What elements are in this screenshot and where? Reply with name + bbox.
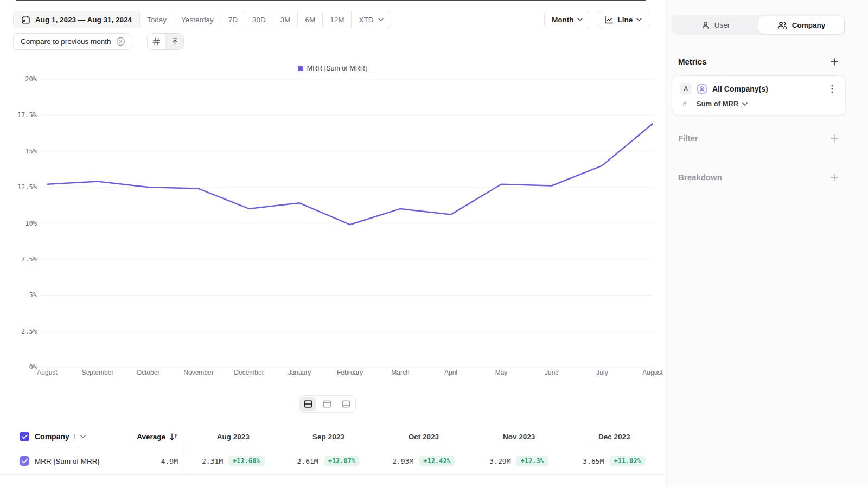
x-axis-label: August — [642, 369, 663, 376]
month-column-header[interactable]: Nov 2023 — [471, 426, 567, 447]
delta-badge: +12.3% — [516, 456, 548, 466]
preset-3m[interactable]: 3M — [273, 11, 298, 28]
date-range-button[interactable]: Aug 1, 2023 — Aug 31, 2024 — [14, 11, 139, 28]
delta-badge: +11.02% — [609, 456, 646, 466]
metric-row-name: MRR [Sum of MRR] — [35, 457, 99, 465]
month-value-cell: 2.93M +12.42% — [376, 448, 471, 474]
grid-icon — [152, 37, 161, 46]
mrr-line-chart[interactable]: 0%2.5%5%7.5%10%12.5%15%17.5%20%AugustSep… — [22, 76, 665, 380]
tab-user[interactable]: User — [673, 16, 758, 34]
month-value: 3.65M — [583, 457, 604, 465]
user-icon — [701, 21, 710, 29]
preset-xtd[interactable]: XTD — [351, 11, 391, 28]
select-all-checkbox[interactable] — [20, 432, 29, 441]
sort-icon[interactable] — [169, 433, 178, 441]
entity-count: 1 — [73, 433, 76, 441]
calendar-icon — [21, 15, 30, 24]
preset-12m[interactable]: 12M — [322, 11, 351, 28]
numeric-type-icon: # — [682, 100, 692, 108]
metric-card[interactable]: A All Company(s) # Sum of MRR — [672, 75, 846, 116]
y-axis-label: 7.5% — [21, 255, 37, 263]
month-value-cell: 2.31M +12.68% — [186, 448, 281, 474]
line-chart-icon — [604, 16, 614, 24]
chevron-down-icon — [577, 18, 583, 21]
aggregation-select[interactable]: Sum of MRR — [697, 100, 748, 108]
layout-toggle-group — [298, 395, 356, 413]
month-value-cell: 2.61M +12.87% — [281, 448, 376, 474]
compare-chip[interactable]: Compare to previous month — [13, 33, 131, 50]
filter-section-title: Filter — [678, 133, 698, 143]
tab-company[interactable]: Company — [758, 16, 844, 34]
preset-yesterday[interactable]: Yesterday — [174, 11, 221, 28]
remove-compare-icon[interactable] — [116, 37, 125, 46]
month-value: 3.29M — [489, 457, 510, 465]
month-value-cell: 3.65M +11.02% — [566, 448, 662, 474]
grid-toggle-button[interactable] — [148, 34, 165, 49]
x-axis-label: April — [444, 369, 457, 376]
x-axis-label: December — [234, 369, 264, 376]
month-value: 2.93M — [392, 457, 413, 465]
y-axis-label: 0% — [29, 363, 37, 371]
view-table-only-button[interactable] — [337, 397, 354, 411]
y-axis-label: 10% — [25, 220, 37, 227]
chart-option-toggles — [147, 33, 184, 50]
panel-top-icon — [323, 400, 331, 408]
preset-6m[interactable]: 6M — [297, 11, 322, 28]
y-axis-label: 2.5% — [21, 328, 37, 335]
month-column-header[interactable]: Aug 2023 — [186, 426, 281, 447]
view-chart-and-table-button[interactable] — [299, 397, 316, 411]
kebab-icon — [831, 85, 833, 93]
preset-today[interactable]: Today — [139, 11, 174, 28]
metric-options-button[interactable] — [827, 84, 838, 94]
chart-legend[interactable]: MRR [Sum of MRR] — [0, 65, 665, 72]
view-chart-only-button[interactable] — [318, 397, 335, 411]
breakdown-section-title: Breakdown — [678, 172, 722, 182]
add-metric-button[interactable] — [829, 56, 840, 67]
plus-icon — [830, 173, 839, 182]
chevron-down-icon — [636, 18, 642, 21]
mrr-series-line — [47, 124, 653, 225]
x-axis-label: July — [596, 369, 608, 376]
granularity-select[interactable]: Month — [544, 11, 590, 28]
preset-30d[interactable]: 30D — [245, 11, 273, 28]
config-panel: User Company Metrics A All Company(s) # … — [665, 0, 868, 487]
metric-letter-badge: A — [680, 83, 692, 95]
y-axis-label: 12.5% — [17, 183, 37, 191]
row-cells: 2.31M +12.68% 2.61M +12.87% 2.93M +12.42… — [186, 448, 662, 474]
month-column-header[interactable]: Oct 2023 — [376, 426, 471, 447]
date-range-group: Aug 1, 2023 — Aug 31, 2024 TodayYesterda… — [13, 11, 391, 28]
metric-name: All Company(s) — [712, 85, 768, 93]
cumulative-toggle-button[interactable] — [165, 34, 183, 49]
x-axis-label: March — [391, 369, 409, 376]
metrics-section-title: Metrics — [678, 57, 707, 66]
metric-row-average: 4.9M — [161, 457, 178, 465]
y-axis-label: 17.5% — [17, 111, 37, 119]
panel-bottom-icon — [342, 400, 350, 408]
y-axis-label: 5% — [29, 291, 37, 299]
plus-icon — [830, 134, 839, 143]
delta-badge: +12.42% — [419, 456, 455, 466]
chart-controls: Month Line — [544, 11, 649, 28]
chart-type-select[interactable]: Line — [597, 11, 649, 28]
delta-badge: +12.87% — [324, 456, 360, 466]
table-column-headers: Aug 2023Sep 2023Oct 2023Nov 2023Dec 2023 — [186, 426, 662, 447]
delta-badge: +12.68% — [228, 456, 265, 466]
month-value: 2.61M — [297, 457, 318, 465]
month-column-header[interactable]: Sep 2023 — [281, 426, 376, 447]
row-checkbox[interactable] — [20, 456, 29, 466]
table-row[interactable]: MRR [Sum of MRR] 4.9M 2.31M +12.68% 2.61… — [0, 448, 665, 475]
chevron-down-icon — [378, 18, 384, 21]
contact-card-icon — [697, 84, 707, 94]
month-value: 2.31M — [202, 457, 223, 465]
x-axis-label: October — [137, 369, 160, 376]
table-header: Company 1 Average Aug 2023Sep 2023Oct 20… — [0, 426, 665, 447]
chevron-down-icon[interactable] — [80, 435, 86, 438]
average-column-label: Average — [137, 433, 165, 441]
add-breakdown-button[interactable] — [829, 172, 840, 183]
preset-7d[interactable]: 7D — [221, 11, 245, 28]
entity-toggle: User Company — [672, 15, 845, 35]
month-column-header[interactable]: Dec 2023 — [566, 426, 662, 447]
x-axis-label: June — [545, 369, 559, 376]
add-filter-button[interactable] — [829, 133, 840, 144]
month-value-cell: 3.29M +12.3% — [471, 448, 567, 474]
